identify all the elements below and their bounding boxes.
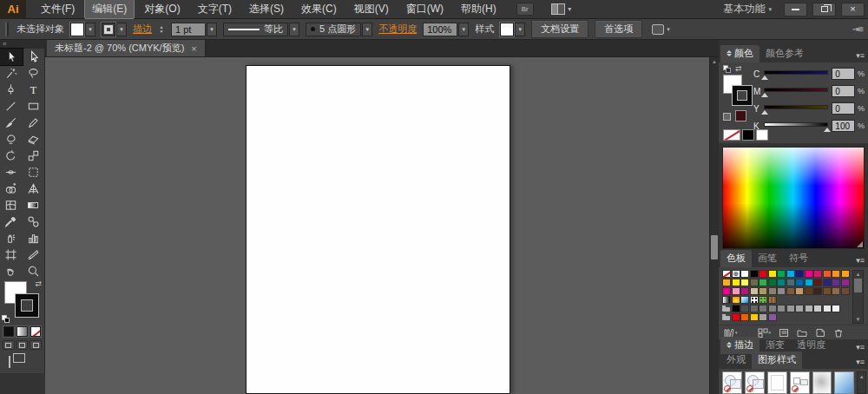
line-segment-tool[interactable] — [0, 98, 23, 115]
swatch[interactable] — [732, 287, 740, 295]
resize-grip-icon[interactable] — [857, 241, 863, 247]
touch-cursor-button[interactable]: ▾ — [652, 24, 670, 35]
black-value-field[interactable]: 100 — [832, 120, 855, 132]
artboard-tool[interactable] — [0, 246, 23, 263]
swatch[interactable] — [786, 305, 795, 312]
graphic-style-plain[interactable] — [767, 371, 787, 394]
symbol-sprayer-tool[interactable] — [0, 230, 23, 246]
swatch-grad-sunrise[interactable] — [732, 296, 740, 304]
color-stroke-swatch[interactable] — [732, 85, 753, 106]
swatch[interactable] — [777, 270, 786, 278]
menu-window[interactable]: 窗口(W) — [398, 0, 451, 19]
menu-object[interactable]: 对象(O) — [136, 0, 187, 19]
opacity-dropdown[interactable]: ▼ — [458, 23, 469, 36]
none-mode-button[interactable] — [30, 326, 41, 337]
color-mode-button[interactable] — [3, 326, 14, 337]
tab-appearance[interactable]: 外观 — [720, 351, 752, 369]
magenta-value-field[interactable]: 0 — [832, 85, 855, 97]
eraser-tool[interactable] — [23, 131, 45, 148]
white-swatch[interactable] — [756, 129, 768, 141]
swap-fill-stroke-icon[interactable]: ⇄ — [35, 279, 42, 288]
menu-select[interactable]: 选择(S) — [241, 0, 292, 19]
scale-tool[interactable] — [23, 148, 45, 164]
swatch[interactable] — [777, 305, 786, 312]
swatch-folder[interactable] — [722, 313, 731, 321]
menu-help[interactable]: 帮助(H) — [453, 0, 504, 19]
menu-edit[interactable]: 编辑(E) — [84, 0, 135, 19]
swatch[interactable] — [759, 270, 767, 278]
black-slider[interactable] — [764, 122, 829, 127]
swatch[interactable] — [813, 305, 822, 312]
swatch[interactable] — [823, 270, 832, 278]
swatch[interactable] — [777, 287, 786, 295]
width-tool[interactable] — [0, 164, 23, 181]
scroll-up-icon[interactable]: ▲ — [856, 271, 861, 278]
direct-selection-tool[interactable] — [23, 49, 45, 65]
swatch[interactable] — [832, 287, 840, 295]
swatch[interactable] — [768, 287, 777, 295]
swatch[interactable] — [823, 279, 832, 286]
swatch[interactable] — [786, 279, 795, 286]
restore-button[interactable] — [812, 3, 836, 16]
eyedropper-tool[interactable] — [0, 213, 23, 230]
graphic-styles-scrollbar[interactable]: ▲ — [857, 371, 866, 394]
canvas-area[interactable]: 未标题-2 @ 70% (CMYK/预览) × ▲ — [45, 40, 719, 394]
scroll-up-icon[interactable]: ▲ — [710, 57, 719, 64]
swatch[interactable] — [832, 279, 840, 286]
swatch-grad-sky[interactable] — [740, 296, 749, 304]
stroke-weight-field[interactable]: 1 pt — [171, 23, 206, 36]
pencil-tool[interactable] — [23, 115, 45, 131]
free-transform-tool[interactable] — [23, 164, 45, 181]
draw-inside-button[interactable] — [30, 340, 42, 350]
swatch[interactable] — [750, 270, 759, 278]
swatch[interactable] — [732, 305, 740, 312]
swatch[interactable] — [841, 270, 850, 278]
swatch[interactable] — [768, 313, 777, 321]
opacity-field[interactable]: 100% — [423, 23, 457, 36]
default-fill-stroke-icon[interactable] — [2, 315, 10, 323]
swatch[interactable] — [768, 279, 777, 286]
panel-menu-icon[interactable]: ▾≡ — [856, 51, 865, 60]
delete-swatch-button[interactable] — [833, 328, 844, 338]
swap-colors-icon[interactable]: ⇄ — [735, 64, 742, 73]
rotate-tool[interactable] — [0, 148, 23, 164]
bridge-icon[interactable]: Br — [516, 3, 534, 16]
arrange-documents-button[interactable]: ▼ — [551, 3, 573, 15]
yellow-slider[interactable] — [764, 105, 829, 109]
swatch-grad-bw[interactable] — [722, 296, 731, 304]
swatch[interactable] — [832, 270, 840, 278]
variable-width-profile-select[interactable]: 等比 — [223, 23, 288, 36]
document-tab[interactable]: 未标题-2 @ 70% (CMYK/预览) × — [47, 40, 206, 56]
control-bar-grip[interactable] — [5, 23, 9, 36]
slice-tool[interactable] — [23, 246, 45, 263]
swatch[interactable] — [823, 305, 832, 312]
swatch[interactable] — [750, 313, 759, 321]
mini-fill-stroke-icon[interactable] — [723, 65, 731, 73]
stroke-panel-link[interactable]: 描边 — [133, 23, 152, 36]
menu-file[interactable]: 文件(F) — [33, 0, 82, 19]
gradient-mode-button[interactable] — [16, 326, 27, 337]
tab-swatches[interactable]: 色板 — [720, 250, 752, 267]
perspective-grid-tool[interactable] — [23, 181, 45, 197]
menu-view[interactable]: 视图(V) — [346, 0, 397, 19]
brush-dropdown[interactable]: ▼ — [362, 23, 372, 36]
stroke-dropdown-button[interactable]: ▼ — [116, 23, 127, 36]
panel-menu-icon[interactable]: ▾≡ — [856, 256, 865, 265]
rectangle-tool[interactable] — [23, 98, 45, 115]
swatch-pattern-dots[interactable] — [750, 296, 759, 304]
cyan-value-field[interactable]: 0 — [832, 68, 855, 80]
shape-builder-tool[interactable] — [0, 181, 23, 197]
swatch[interactable] — [768, 270, 777, 278]
swatch[interactable] — [759, 313, 767, 321]
panel-menu-icon[interactable]: ▾≡ — [856, 343, 865, 351]
panel-menu-icon[interactable]: ▾≡ — [856, 358, 865, 366]
document-tab-close-icon[interactable]: × — [191, 43, 196, 54]
swatch[interactable] — [722, 279, 731, 286]
swatch[interactable] — [759, 305, 767, 312]
fill-dropdown-button[interactable]: ▼ — [85, 23, 95, 36]
swatch[interactable] — [805, 270, 813, 278]
selection-tool[interactable] — [0, 49, 23, 65]
swatch[interactable] — [740, 270, 749, 278]
width-profile-dropdown[interactable]: ▼ — [289, 23, 299, 36]
gradient-tool[interactable] — [23, 197, 45, 213]
